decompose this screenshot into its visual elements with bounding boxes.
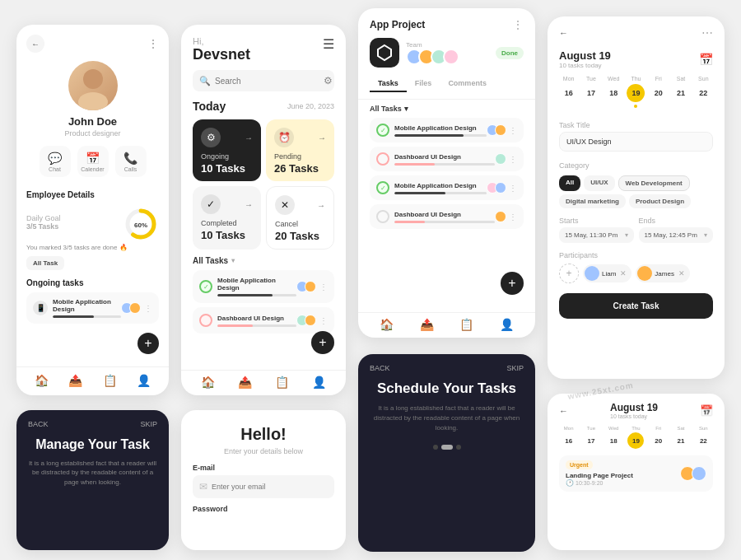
remove-participant-button[interactable]: ✕ — [678, 269, 685, 278]
task-icon: 📱 — [33, 301, 48, 315]
hamburger-menu-button[interactable]: ☰ — [323, 36, 334, 52]
ongoing-count: 10 Tasks — [201, 162, 253, 175]
nav-share-icon[interactable]: 📤 — [238, 376, 252, 389]
back-button[interactable]: BACK — [28, 420, 49, 428]
task-title-label: Task Title — [559, 121, 713, 129]
day-number[interactable]: 16 — [561, 432, 577, 449]
skip-button[interactable]: SKIP — [140, 420, 157, 428]
calendar-icon[interactable]: 📅 — [700, 404, 713, 417]
calendar-icon[interactable]: 📅 — [699, 53, 713, 66]
indicator-3[interactable] — [456, 445, 461, 450]
search-icon: 🔍 — [199, 76, 211, 86]
task-more-icon[interactable]: ⋮ — [319, 282, 328, 292]
day-number[interactable]: 19 — [627, 84, 645, 102]
email-input[interactable] — [212, 483, 328, 491]
avatar — [68, 61, 118, 110]
task-more-icon[interactable]: ⋮ — [509, 155, 517, 164]
nav-profile-icon[interactable]: 👤 — [500, 318, 514, 331]
nav-share-icon[interactable]: 📤 — [420, 318, 434, 331]
back-button[interactable]: ← — [559, 406, 568, 416]
category-uiux[interactable]: UI/UX — [584, 175, 614, 191]
nav-home-icon[interactable]: 🏠 — [201, 376, 215, 389]
participant-name: Liam — [602, 270, 616, 278]
task-more-icon[interactable]: ⋮ — [509, 126, 517, 135]
starts-input[interactable]: 15 May, 11:30 Pm ▾ — [559, 227, 634, 243]
category-digital[interactable]: Digital marketing — [559, 194, 626, 208]
remove-participant-button[interactable]: ✕ — [620, 269, 627, 278]
task-more-icon[interactable]: ⋮ — [144, 304, 152, 313]
day-number[interactable]: 21 — [672, 84, 690, 102]
tab-files[interactable]: Files — [407, 76, 440, 92]
day-number[interactable]: 16 — [560, 84, 578, 102]
create-task-button[interactable]: Create Task — [559, 293, 713, 319]
add-task-fab[interactable]: + — [501, 272, 524, 295]
nav-profile-icon[interactable]: 👤 — [137, 374, 151, 387]
add-participant-button[interactable]: + — [559, 264, 579, 283]
nav-profile-icon[interactable]: 👤 — [312, 376, 326, 389]
day-number[interactable]: 19 — [627, 432, 644, 449]
completed-count: 10 Tasks — [201, 229, 253, 241]
add-task-fab[interactable]: + — [137, 333, 159, 354]
nav-home-icon[interactable]: 🏠 — [35, 374, 49, 387]
chat-button[interactable]: 💬 Chat — [40, 146, 71, 177]
back-button[interactable]: ← — [559, 28, 568, 38]
back-button[interactable]: BACK — [370, 364, 390, 372]
tab-comments[interactable]: Comments — [440, 76, 495, 92]
day-number[interactable]: 22 — [695, 432, 711, 449]
cancel-label: Cancel — [275, 220, 325, 228]
more-options-button[interactable]: ⋮ — [147, 37, 159, 50]
search-input[interactable] — [215, 77, 319, 86]
ends-input[interactable]: 15 May, 12:45 Pm ▾ — [639, 227, 714, 243]
project-icon — [370, 38, 399, 68]
task-more-icon[interactable]: ⋮ — [509, 184, 517, 193]
all-tasks-filter[interactable]: All Tasks ▾ — [358, 100, 535, 118]
starts-block: Starts 15 May, 11:30 Pm ▾ — [559, 217, 634, 243]
calendar-button[interactable]: 📅 Calender — [77, 146, 109, 177]
email-label: E-mail — [193, 464, 334, 472]
nav-tasks-icon[interactable]: 📋 — [103, 374, 117, 387]
ongoing-icon: ⚙ — [201, 128, 221, 147]
day-number[interactable]: 18 — [604, 84, 622, 102]
day-number[interactable]: 20 — [650, 432, 667, 449]
ongoing-arrow[interactable]: → — [245, 133, 253, 142]
completed-arrow[interactable]: → — [245, 200, 253, 209]
filter-icon[interactable]: ⚙ — [324, 75, 333, 86]
task-more-icon[interactable]: ⋮ — [509, 212, 517, 222]
category-product[interactable]: Product Design — [629, 194, 691, 208]
stats-grid: ⚙ → Ongoing 10 Tasks ⏰ → Pending 26 Task… — [193, 119, 334, 250]
more-options-button[interactable]: ⋯ — [701, 26, 713, 40]
day-number[interactable]: 17 — [583, 432, 599, 449]
skip-button[interactable]: SKIP — [506, 364, 524, 372]
pending-arrow[interactable]: → — [318, 133, 326, 142]
indicator-1[interactable] — [433, 445, 438, 450]
day-number[interactable]: 17 — [582, 84, 600, 102]
calls-button[interactable]: 📞 Calls — [115, 146, 147, 177]
category-web[interactable]: Web Development — [618, 175, 690, 191]
nav-home-icon[interactable]: 🏠 — [380, 318, 394, 331]
tab-tasks[interactable]: Tasks — [370, 76, 407, 92]
ongoing-title: Ongoing tasks — [26, 278, 159, 287]
day-number[interactable]: 18 — [605, 432, 622, 449]
day-number[interactable]: 21 — [673, 432, 689, 449]
task-title-input[interactable]: UI/UX Design — [559, 132, 713, 152]
day-number[interactable]: 22 — [694, 84, 712, 102]
schedule-header: BACK SKIP — [358, 354, 535, 377]
nav-tasks-icon[interactable]: 📋 — [459, 318, 473, 331]
all-tasks-filter[interactable]: All Tasks ▾ — [181, 256, 346, 270]
date-arrow-icon: ▾ — [704, 231, 707, 239]
back-button[interactable]: ← — [26, 35, 44, 53]
nav-tasks-icon[interactable]: 📋 — [275, 376, 289, 389]
done-badge: Done — [496, 47, 524, 59]
day-18: Wed 18 — [604, 76, 622, 108]
all-task-button[interactable]: All Task — [26, 256, 64, 270]
task-name: Mobile Application Design — [217, 277, 296, 292]
cancel-arrow[interactable]: → — [317, 201, 325, 210]
nav-share-icon[interactable]: 📤 — [68, 374, 82, 387]
day-number[interactable]: 20 — [650, 84, 668, 102]
add-task-fab[interactable]: + — [311, 331, 334, 354]
category-all[interactable]: All — [559, 175, 580, 191]
task-more-icon[interactable]: ⋮ — [319, 316, 328, 325]
indicator-2[interactable] — [441, 445, 453, 450]
username-text: Devsnet — [193, 46, 250, 63]
more-options-button[interactable]: ⋮ — [512, 18, 524, 31]
